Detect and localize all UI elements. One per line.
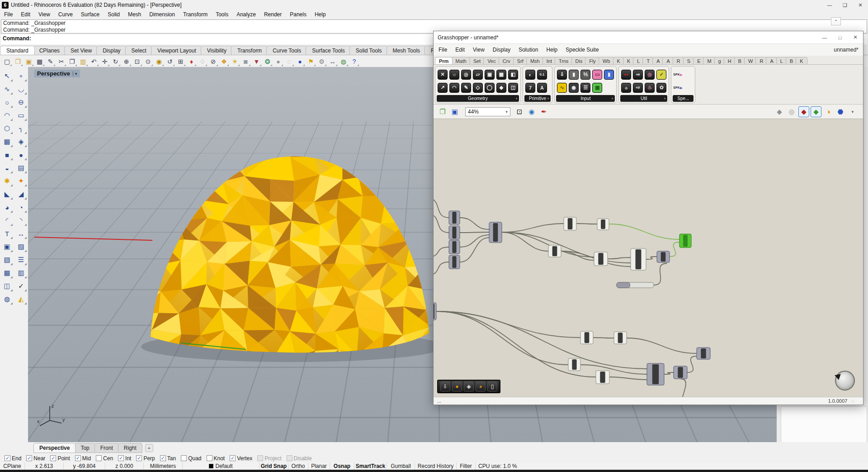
- fillet-icon[interactable]: ◜: [1, 215, 13, 226]
- relay-icon[interactable]: ➡: [633, 70, 643, 80]
- lightbulb-icon[interactable]: ☀: [230, 57, 240, 67]
- wire-display-icon[interactable]: ✒: [538, 106, 549, 117]
- param-plane-icon[interactable]: ▱: [473, 70, 483, 80]
- param-curve-icon[interactable]: ◎: [461, 70, 471, 80]
- split-icon[interactable]: ◢: [15, 189, 27, 200]
- component-node[interactable]: [594, 252, 608, 266]
- sphere-gray-icon[interactable]: ●: [273, 57, 283, 67]
- gh-menu-edit[interactable]: Edit: [451, 46, 469, 54]
- osnap-disable[interactable]: Disable: [287, 455, 312, 462]
- cluster-check-icon[interactable]: ✓: [656, 70, 666, 80]
- curve-icon[interactable]: ◡: [15, 84, 27, 95]
- minimize-button[interactable]: —: [822, 0, 837, 10]
- render-icon[interactable]: ♦: [186, 57, 197, 67]
- param-brep-icon[interactable]: ◧: [508, 70, 518, 80]
- toolbar-tab-cplanes[interactable]: CPlanes: [33, 46, 66, 55]
- param-node[interactable]: [434, 303, 436, 320]
- toolbar-tab-standard[interactable]: Standard: [0, 46, 35, 55]
- gauge-icon[interactable]: ⇩: [557, 70, 567, 80]
- status-cplane[interactable]: CPlane: [0, 462, 25, 470]
- chevron-down-icon[interactable]: ▾: [847, 106, 858, 117]
- status-z-0-000[interactable]: z 0.000: [105, 462, 144, 470]
- gh-tab-int-7[interactable]: Int: [542, 57, 556, 64]
- toolbar-tab-surface-tools[interactable]: Surface Tools: [306, 46, 351, 55]
- param-vector-icon[interactable]: ↗: [438, 83, 448, 93]
- status-x-2-613[interactable]: x 2.613: [25, 462, 64, 470]
- grasshopper-canvas[interactable]: ⇩●◈◕▯: [434, 119, 863, 397]
- status-millimeters[interactable]: Millimeters: [144, 462, 183, 470]
- osnap-end[interactable]: ✓End: [5, 455, 21, 462]
- ruler-widget-icon[interactable]: ⇩: [440, 381, 450, 391]
- panel-caption[interactable]: Geometry+: [437, 95, 519, 102]
- hex-widget-icon[interactable]: ◈: [464, 381, 474, 391]
- gh-tab-prm-0[interactable]: Prm: [435, 57, 453, 64]
- boolean-diff-icon[interactable]: ◔: [15, 202, 27, 213]
- param-text-icon[interactable]: A: [537, 83, 547, 93]
- pan-icon[interactable]: ✛: [99, 57, 110, 67]
- component-node[interactable]: [657, 251, 670, 262]
- flag-gear-icon[interactable]: ⚑: [306, 57, 316, 67]
- gh-tab-r-18[interactable]: R: [673, 57, 684, 64]
- gh-tab-fly-10[interactable]: Fly: [585, 57, 600, 64]
- gh-tab-math-1[interactable]: Math: [451, 57, 470, 64]
- osnap-tan[interactable]: ✓Tan: [160, 455, 176, 462]
- osnap-point[interactable]: ✓Point: [50, 455, 70, 462]
- param-null-icon[interactable]: ◐: [525, 70, 535, 80]
- osnap-vertex[interactable]: ✓Vertex: [230, 455, 252, 462]
- param-node[interactable]: [449, 226, 460, 239]
- osnap-near[interactable]: ✓Near: [26, 455, 45, 462]
- panel-caption[interactable]: Spe...: [673, 95, 693, 102]
- new-file-icon[interactable]: ▢: [2, 57, 12, 67]
- expand-plus-icon[interactable]: +: [611, 96, 613, 101]
- canvas-compass-widget[interactable]: [835, 371, 855, 391]
- toolbar-tab-viewport-layout[interactable]: Viewport Layout: [151, 46, 203, 55]
- expand-plus-icon[interactable]: +: [515, 96, 518, 101]
- ball-widget-icon[interactable]: ●: [452, 381, 462, 391]
- solid-box-icon[interactable]: ▧: [1, 254, 13, 265]
- text-icon[interactable]: T: [1, 228, 13, 239]
- menu-tools[interactable]: Tools: [212, 10, 232, 19]
- gh-tab-dis-9[interactable]: Dis: [571, 57, 587, 64]
- param-line-icon[interactable]: ✎: [461, 83, 471, 93]
- slider-icon[interactable]: ▮: [569, 70, 579, 80]
- status-ortho[interactable]: Ortho: [288, 462, 308, 470]
- copy-array-icon[interactable]: ▣: [1, 241, 13, 252]
- open-file-icon[interactable]: ❒: [13, 57, 23, 67]
- toolbar-tab-mesh-tools[interactable]: Mesh Tools: [387, 46, 426, 55]
- blend-icon[interactable]: ◝: [15, 215, 27, 226]
- param-integer-icon[interactable]: 7: [525, 83, 535, 93]
- rotate-shear-icon[interactable]: ▨: [15, 241, 27, 252]
- zoom-lens-icon[interactable]: ◉: [154, 57, 164, 67]
- param-twisted-icon[interactable]: ◫: [508, 83, 518, 93]
- selected-only-gem-icon[interactable]: ◆: [811, 106, 821, 117]
- status-gumball[interactable]: Gumball: [387, 462, 415, 470]
- menu-panels[interactable]: Panels: [286, 10, 311, 19]
- toolbar-tab-display[interactable]: Display: [96, 46, 127, 55]
- gh-menu-view[interactable]: View: [469, 46, 489, 54]
- restore-button[interactable]: ❏: [837, 0, 853, 10]
- status-osnap[interactable]: Osnap: [330, 462, 354, 470]
- print-icon[interactable]: ▦: [34, 57, 45, 67]
- menu-edit[interactable]: Edit: [17, 10, 34, 19]
- save-document-icon[interactable]: ▣: [449, 106, 460, 117]
- close-button[interactable]: ✕: [853, 0, 868, 10]
- circle-icon[interactable]: ○: [1, 97, 13, 108]
- gh-menu-speckle-suite[interactable]: Speckle Suite: [561, 46, 603, 54]
- gh-tab-h-23[interactable]: H: [724, 57, 736, 64]
- spark-icon[interactable]: ✦: [15, 176, 27, 186]
- menu-solid[interactable]: Solid: [104, 10, 124, 19]
- viewport-layout-icon[interactable]: ⊞: [175, 57, 186, 67]
- menu-view[interactable]: View: [34, 10, 54, 19]
- expand-plus-icon[interactable]: +: [664, 96, 666, 101]
- cylinder-icon[interactable]: ◒: [1, 162, 13, 173]
- gh-menu-solution[interactable]: Solution: [514, 46, 542, 54]
- component-node[interactable]: [548, 245, 561, 257]
- select-arrow-icon[interactable]: ↖: [1, 71, 13, 81]
- menu-analyze[interactable]: Analyze: [232, 10, 260, 19]
- gradient-icon[interactable]: ▦: [592, 83, 602, 93]
- menu-mesh[interactable]: Mesh: [124, 10, 145, 19]
- open-document-icon[interactable]: ❐: [437, 106, 448, 117]
- panel-caption[interactable]: Util+: [620, 95, 667, 102]
- menu-transform[interactable]: Transform: [179, 10, 212, 19]
- status-filter[interactable]: Filter: [457, 462, 476, 470]
